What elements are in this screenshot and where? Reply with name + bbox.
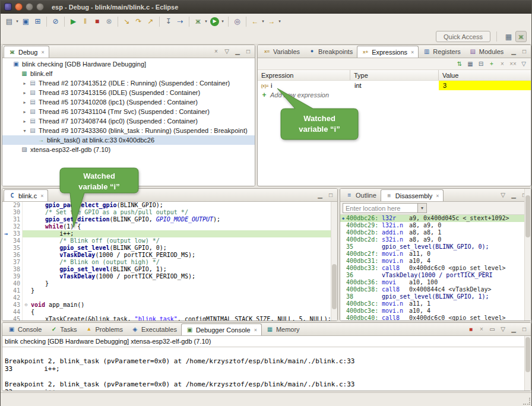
expand-arrow-icon[interactable]: ▸: [21, 109, 28, 115]
forward-icon[interactable]: →: [266, 16, 277, 27]
instruction-stepping-icon[interactable]: ⇢: [175, 16, 186, 27]
minimize-icon[interactable]: ▁: [509, 47, 518, 56]
debug-tree-item[interactable]: ▸Thread #5 1073410208 (ipc1) (Suspended …: [2, 97, 255, 107]
code-line[interactable]: 35 gpio_set_level(BLINK_GPIO, 0);: [2, 245, 337, 252]
disassembly-lines[interactable]: ◆400dbc26:l32ra9, 0x400d045c <_stext+109…: [340, 215, 531, 321]
debug-tree-item[interactable]: blink.elf: [2, 69, 255, 78]
remove-expression-icon[interactable]: ×: [498, 59, 507, 69]
dropdown-arrow-icon[interactable]: ▾: [277, 19, 282, 24]
maximize-window-button[interactable]: [36, 3, 44, 11]
disassembly-line[interactable]: 36vTaskDelay(1000 / portTICK_PERI: [340, 272, 531, 279]
open-perspective-icon[interactable]: ▦: [503, 31, 514, 42]
dropdown-arrow-icon[interactable]: ▾: [261, 19, 265, 24]
code-line[interactable]: 41}: [2, 287, 337, 294]
disconnect-icon[interactable]: ⊗: [103, 16, 115, 27]
disassembly-scrollbar-thumb[interactable]: [525, 215, 530, 237]
disassembly-line[interactable]: 400dbc40:call80x400dc6c0 <gpio_set_level…: [340, 315, 531, 321]
tab-blink-c[interactable]: blink.c×: [4, 189, 48, 201]
minimize-icon[interactable]: ▁: [233, 47, 242, 56]
disassembly-line[interactable]: ◆400dbc26:l32ra9, 0x400d045c <_stext+109…: [340, 215, 531, 222]
debug-tree-item[interactable]: blink checking [GDB Hardware Debugging]: [2, 59, 255, 69]
tab-variables[interactable]: Variables: [259, 45, 304, 58]
maximize-icon[interactable]: □: [243, 47, 253, 56]
debug-perspective-icon[interactable]: ж: [515, 31, 527, 42]
code-line[interactable]: 32 while(1) {: [2, 223, 337, 230]
location-combo[interactable]: Enter location here ▼: [343, 203, 427, 213]
tab-expressions[interactable]: Expressions×: [357, 46, 419, 58]
editor-scrollbar-thumb[interactable]: [332, 264, 337, 309]
minimize-icon[interactable]: ▁: [509, 191, 518, 200]
code-line[interactable]: 45 xTaskCreate(&blink_task, "blink_task"…: [2, 316, 337, 321]
expand-arrow-icon[interactable]: ▾: [21, 128, 28, 134]
maximize-icon[interactable]: □: [520, 325, 529, 334]
code-editor[interactable]: 29 gpio_pad_select_gpio(BLINK_GPIO);30 /…: [2, 202, 337, 321]
tab-tasks[interactable]: Tasks: [46, 323, 81, 335]
close-tab-icon[interactable]: ×: [254, 327, 257, 333]
tab-console[interactable]: Console: [4, 323, 46, 335]
add-expression-icon[interactable]: +: [487, 59, 496, 69]
minimize-icon[interactable]: ▁: [315, 191, 325, 200]
step-into-icon[interactable]: ↘: [121, 16, 132, 27]
resize-grip-icon[interactable]: [523, 398, 530, 405]
close-tab-icon[interactable]: ×: [411, 49, 414, 55]
console-scrollbar[interactable]: [524, 336, 531, 391]
tab-problems[interactable]: Problems: [81, 323, 126, 335]
code-line[interactable]: 34 /* Blink off (output low) */: [2, 237, 337, 245]
expand-arrow-icon[interactable]: ▸: [21, 81, 28, 86]
disassembly-line[interactable]: 400dbc31:movi.na10, 4: [340, 258, 531, 265]
location-input[interactable]: Enter location here: [343, 205, 417, 212]
tab-outline[interactable]: Outline: [341, 189, 381, 201]
tab-debugger-console[interactable]: Debugger Console×: [181, 323, 262, 335]
close-tab-icon[interactable]: ×: [41, 49, 44, 55]
disassembly-line[interactable]: 38gpio_set_level(BLINK_GPIO, 1);: [340, 293, 531, 300]
tab-debug[interactable]: Debug×: [4, 46, 49, 58]
debug-tree-item[interactable]: ▸Thread #6 1073431104 (Tmr Svc) (Suspend…: [2, 107, 255, 116]
editor-scrollbar[interactable]: [331, 202, 337, 321]
debug-tree-item[interactable]: xtensa-esp32-elf-gdb (7.10): [2, 145, 255, 154]
close-tab-icon[interactable]: ×: [436, 193, 439, 199]
resume-icon[interactable]: ▶: [68, 16, 79, 27]
debug-tree-item[interactable]: ▾Thread #9 1073433360 (blink_task : Runn…: [2, 126, 255, 135]
remove-terminated-icon[interactable]: ×: [211, 47, 221, 56]
column-header-type[interactable]: Type: [350, 70, 439, 80]
code-line[interactable]: →33 i++;: [2, 230, 337, 237]
view-menu-icon[interactable]: ▽: [519, 59, 528, 69]
run-icon[interactable]: ▶: [210, 17, 219, 26]
column-header-expression[interactable]: Expression: [258, 70, 350, 80]
save-all-icon[interactable]: ⊞: [32, 16, 43, 27]
code-line[interactable]: 30 /* Set the GPIO as a push/pull output…: [2, 209, 337, 216]
debug-tree-item[interactable]: blink_task() at blink.c:33 0x400dbc26: [2, 135, 255, 145]
new-wizard-icon[interactable]: ▤: [4, 16, 15, 27]
dropdown-arrow-icon[interactable]: ▾: [220, 19, 225, 24]
tab-executables[interactable]: Executables: [127, 323, 181, 335]
code-line[interactable]: 42: [2, 294, 337, 302]
tab-modules[interactable]: Modules: [465, 45, 508, 58]
disassembly-line[interactable]: 400dbc3e:movi.na10, 4: [340, 307, 531, 315]
console-scrollbar-thumb[interactable]: [525, 337, 530, 372]
close-tab-icon[interactable]: ×: [40, 193, 43, 199]
disassembly-scrollbar[interactable]: [524, 215, 531, 321]
debug-icon[interactable]: ж: [192, 16, 204, 27]
maximize-icon[interactable]: □: [520, 47, 529, 56]
search-icon[interactable]: ◎: [232, 16, 243, 27]
code-line[interactable]: 36 vTaskDelay(1000 / portTICK_PERIOD_MS)…: [2, 252, 337, 259]
clear-console-icon[interactable]: ▭: [487, 325, 497, 334]
code-line[interactable]: 29 gpio_pad_select_gpio(BLINK_GPIO);: [2, 202, 337, 209]
disassembly-line[interactable]: 400dbc2f:movi.na11, 0: [340, 250, 531, 258]
debug-tree-item[interactable]: ▸Thread #3 1073413156 (IDLE) (Suspended …: [2, 88, 255, 97]
disassembly-line[interactable]: 400dbc29:l32i.na8, a9, 0: [340, 222, 531, 229]
disassembly-line[interactable]: 400dbc33:call80x400dc6c0 <gpio_set_level…: [340, 265, 531, 272]
tab-disassembly[interactable]: Disassembly×: [381, 189, 444, 201]
expand-arrow-icon[interactable]: ▸: [21, 90, 28, 96]
disassembly-line[interactable]: 400dbc38:call80x400844c4 <vTaskDelay>: [340, 286, 531, 293]
console-output[interactable]: blink checking [GDB Hardware Debugging] …: [2, 336, 531, 391]
drop-to-frame-icon[interactable]: ↧: [163, 16, 174, 27]
minimize-icon[interactable]: ▁: [509, 325, 518, 334]
code-line[interactable]: 38 gpio_set_level(BLINK_GPIO, 1);: [2, 266, 337, 273]
disassembly-line[interactable]: 400dbc2b:addi.na8, a8, 1: [340, 229, 531, 236]
code-line[interactable]: 37 /* Blink on (output high) */: [2, 259, 337, 266]
minimize-window-button[interactable]: [26, 3, 33, 11]
column-header-value[interactable]: Value: [439, 70, 531, 80]
view-menu-icon[interactable]: ▽: [498, 191, 508, 200]
code-line[interactable]: 44{: [2, 309, 337, 316]
